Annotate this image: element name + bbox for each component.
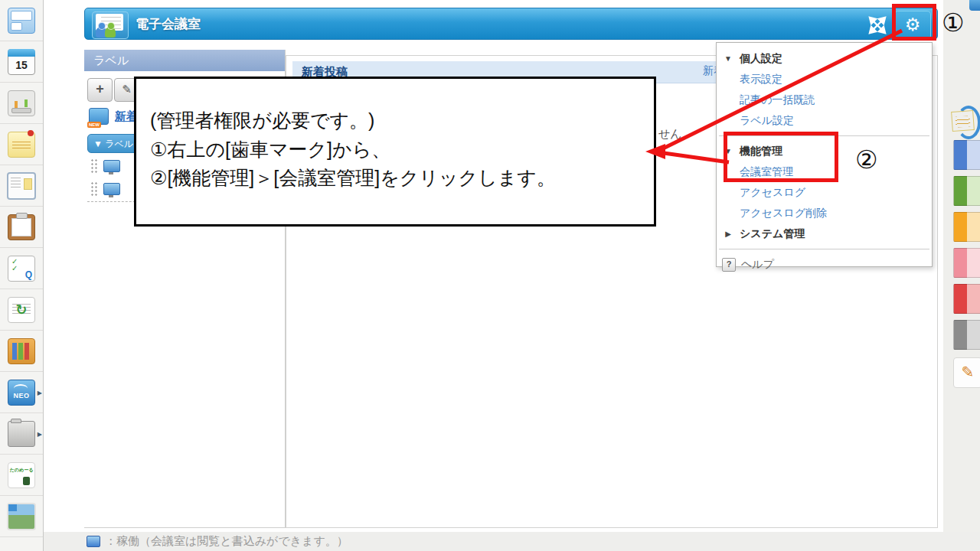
menu-item-access-log[interactable]: アクセスログ (717, 182, 932, 203)
room-icon (103, 160, 120, 172)
sidebar-app-presentation (8, 90, 35, 116)
menu-item-label: 表示設定 (740, 73, 782, 86)
monitor-icon (87, 536, 100, 547)
sidebar-app-item[interactable] (0, 496, 43, 537)
new-posts-icon: NEW (89, 108, 109, 125)
label-chip-orange[interactable] (953, 212, 980, 242)
menu-item-icon: ▶ (717, 230, 740, 238)
status-legend-text: ：稼働（会議室は閲覧と書込みができます。） (105, 534, 348, 549)
step-1-marker: ① (942, 10, 965, 35)
sidebar-app-item[interactable]: ↻ (0, 289, 43, 331)
highlight-box-menu (724, 132, 838, 182)
tutorial-callout-box: (管理者権限が必要です。) ①右上の[歯車マーク]から、 ②[機能管理]＞[会議… (134, 77, 656, 227)
sidebar-app-item[interactable] (0, 124, 43, 165)
label-chip-red[interactable] (953, 284, 980, 314)
step-2-marker: ② (855, 147, 878, 172)
highlight-box-gear (892, 4, 936, 41)
sidebar-app-item[interactable] (0, 207, 43, 248)
label-list-item[interactable] (90, 180, 120, 198)
menu-item-icon: ? (722, 258, 736, 272)
sidebar-app-memo (8, 132, 35, 158)
menu-item-label: 記事の一括既読 (740, 93, 815, 107)
sidebar-app-portal (8, 8, 35, 34)
expander-arrow-icon[interactable]: ▶ (38, 389, 42, 396)
menu-section-system-management[interactable]: ▶ システム管理 (717, 223, 932, 244)
sidebar-app-item[interactable] (0, 0, 43, 41)
sidebar-app-item[interactable]: NEO ▶ (0, 372, 43, 413)
sidebar-app-clipboard (8, 214, 35, 240)
sidebar-app-item[interactable] (0, 165, 43, 207)
sidebar-app-item[interactable]: ▶ (0, 413, 43, 455)
fullscreen-icon[interactable] (868, 16, 887, 34)
conference-room-app-icon (92, 11, 129, 39)
label-chip-green[interactable] (953, 176, 980, 206)
menu-item-label: アクセスログ (740, 186, 805, 200)
menu-item-label: ヘルプ (741, 258, 774, 272)
label-panel-title: ラベル (84, 50, 285, 71)
add-label-button[interactable]: + (87, 78, 113, 102)
sidebar-app-item[interactable]: たのめーる (0, 455, 43, 496)
menu-item-label: アクセスログ削除 (740, 207, 827, 220)
sidebar-app-survey: Q (8, 256, 35, 282)
menu-section-personal-settings[interactable]: ▼ 個人設定 (717, 48, 932, 69)
sidebar-app-library (8, 338, 35, 364)
room-icon (103, 183, 120, 195)
app-header: 電子会議室 ⚙ (84, 8, 938, 40)
label-list-item[interactable] (90, 157, 120, 175)
sidebar-app-photo (7, 503, 36, 530)
menu-item-label-settings[interactable]: ラベル設定 (717, 110, 932, 131)
sidebar-app-calendar: 15 (8, 49, 35, 75)
callout-line-3: ②[機能管理]＞[会議室管理]をクリックします。 (150, 164, 640, 193)
menu-item-label: 個人設定 (740, 52, 782, 66)
app-launcher-rail: 15 (0, 0, 44, 551)
menu-divider[interactable] (719, 249, 929, 249)
menu-item-access-log-delete[interactable]: アクセスログ削除 (717, 203, 932, 223)
label-chip-gray[interactable] (953, 320, 980, 350)
sidebar-app-circulation: ↻ (8, 297, 35, 323)
sidebar-app-item[interactable]: Q (0, 248, 43, 289)
sidebar-app-folder (8, 421, 35, 447)
sidebar-app-neo: NEO (8, 380, 35, 406)
sidebar-app-item[interactable] (0, 83, 43, 124)
sidebar-app-bulletin-board (7, 172, 36, 200)
sidebar-app-item[interactable]: 15 (0, 41, 43, 83)
app-title: 電子会議室 (136, 8, 201, 41)
label-chip-blue[interactable] (953, 140, 980, 170)
menu-item-mark-all-read[interactable]: 記事の一括既読 (717, 90, 932, 110)
menu-item-label: システム管理 (740, 227, 805, 241)
sidebar-app-item[interactable] (0, 331, 43, 372)
status-legend: ：稼働（会議室は閲覧と書込みができます。） (87, 534, 348, 549)
pencil-tool-button[interactable]: ✎ (953, 357, 980, 388)
note-tool-icon[interactable] (952, 106, 980, 136)
menu-item-label: ラベル設定 (740, 114, 794, 128)
menu-item-help[interactable]: ? ヘルプ (717, 254, 932, 275)
sidebar-app-tanomail: たのめーる (8, 462, 35, 488)
drag-handle[interactable] (90, 158, 98, 174)
expander-arrow-icon[interactable]: ▶ (38, 430, 42, 437)
pencil-icon: ✎ (962, 364, 975, 380)
empty-message-fragment: せん (658, 127, 682, 142)
menu-item-icon: ▼ (717, 54, 740, 63)
label-chip-pink[interactable] (953, 248, 980, 278)
menu-item-display-settings[interactable]: 表示設定 (717, 69, 932, 90)
callout-line-1: (管理者権限が必要です。) (150, 106, 640, 135)
drag-handle[interactable] (90, 181, 98, 197)
corner-app-chip (969, 0, 980, 11)
callout-line-2: ①右上の[歯車マーク]から、 (150, 135, 640, 165)
